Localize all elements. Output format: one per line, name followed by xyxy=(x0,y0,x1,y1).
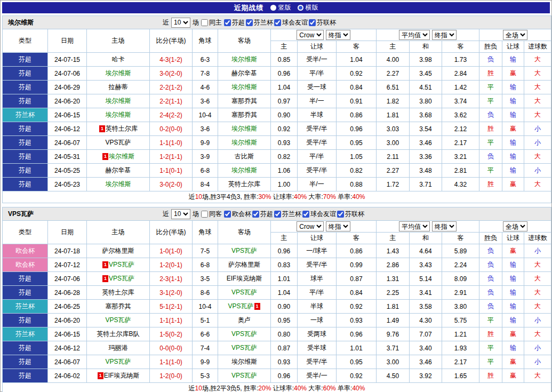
same-venue-filter[interactable]: 同主 xyxy=(201,18,222,27)
result-cell: 小 xyxy=(524,341,551,355)
odds-cell: 受半/一 xyxy=(298,369,337,383)
away-team-cell: 埃尔维斯 xyxy=(218,136,271,150)
result-cell: 小 xyxy=(524,355,551,369)
league-filter-checkbox[interactable] xyxy=(309,19,316,26)
league-filter[interactable]: 欧会杯 xyxy=(224,210,251,219)
result-cell: 胜 xyxy=(479,369,502,383)
odds-cell: 受两球 xyxy=(298,327,337,341)
match-row: 芬超24-06-29拉赫蒂2-2(1-2)4-6埃尔维斯1.04受一球0.846… xyxy=(3,81,551,94)
score-cell: 5-1(2-1) xyxy=(150,300,193,314)
avg-odds-cell: 4.50 xyxy=(377,369,410,383)
date-cell: 24-05-31 xyxy=(48,150,87,164)
same-venue-checkbox[interactable] xyxy=(201,211,208,218)
odds-cell: 半/一 xyxy=(298,94,337,108)
date-cell: 24-06-02 xyxy=(48,369,87,383)
avg-source-select[interactable]: 平均值 xyxy=(399,221,430,231)
odds-company-select[interactable]: Crow xyxy=(297,30,324,40)
avg-odds-cell: 3.48 xyxy=(410,164,442,178)
league-type-cell: 芬超 xyxy=(3,355,48,369)
result-cell: 赢 xyxy=(502,244,524,258)
league-filter[interactable]: 芬兰杯 xyxy=(274,210,301,219)
league-filter-checkbox[interactable] xyxy=(252,211,259,218)
col-header-result-handicap: 让球 xyxy=(502,41,524,53)
match-row: 欧会杯24-07-18萨尔格里斯1-0(1-0)7-5VPS瓦萨0.96一/球半… xyxy=(3,244,551,258)
league-filters: 欧会杯芬超芬兰杯球会友谊芬联杯 xyxy=(224,210,364,219)
corners-cell: 3-6 xyxy=(193,122,218,136)
league-filter-checkbox[interactable] xyxy=(274,19,281,26)
league-type-cell: 芬超 xyxy=(3,122,48,136)
avg-odds-cell: 1.82 xyxy=(377,94,410,108)
league-type-cell: 芬超 xyxy=(3,178,48,191)
team-name-heading: VPS瓦萨 xyxy=(3,210,163,219)
col-header-odds-away: 客 xyxy=(337,41,377,53)
league-filter[interactable]: 芬联杯 xyxy=(337,210,364,219)
result-cell: 赢 xyxy=(502,178,524,191)
filter-bar: 近 10 场 同客 欧会杯芬超芬兰杯球会友谊芬联杯 xyxy=(163,209,364,219)
layout-option-vertical[interactable]: 竖版 xyxy=(270,3,291,12)
avg-source-select[interactable]: 平均值 xyxy=(399,30,430,40)
avg-odds-cell: 3.80 xyxy=(410,94,442,108)
score-cell: 1-2(0-0) xyxy=(150,369,193,383)
col-header-home: 主场 xyxy=(87,29,150,53)
scope-select[interactable]: 全场 xyxy=(503,221,527,231)
avg-odds-cell: 2.84 xyxy=(442,67,479,81)
odds-cell: 受平/半 xyxy=(298,136,337,150)
near-label: 近 xyxy=(163,18,169,27)
score-cell: 1-1(0-1) xyxy=(150,164,193,178)
avg-odds-cell: 3.71 xyxy=(377,341,410,355)
date-cell: 24-07-12 xyxy=(48,258,87,272)
result-cell: 大 xyxy=(524,300,551,314)
league-filter[interactable]: 球会友谊 xyxy=(274,18,308,27)
league-filter-checkbox[interactable] xyxy=(274,211,281,218)
league-filter[interactable]: 球会友谊 xyxy=(302,210,336,219)
avg-final-select[interactable]: 终指 xyxy=(432,30,457,40)
radio-checked-icon[interactable] xyxy=(298,5,303,11)
avg-odds-cell: 1.73 xyxy=(442,53,479,67)
corners-cell: 4-6 xyxy=(193,81,218,94)
result-cell: 大 xyxy=(524,94,551,108)
league-filter[interactable]: 芬兰杯 xyxy=(246,18,273,27)
away-team-cell: 古比斯 xyxy=(218,150,271,164)
layout-option-horizontal[interactable]: 横版 xyxy=(298,3,318,12)
team-name: 埃尔维斯 xyxy=(231,83,257,91)
avg-odds-cell: 4.30 xyxy=(410,314,442,327)
odds-final-select[interactable]: 终指 xyxy=(326,221,350,231)
avg-odds-cell: 8.09 xyxy=(442,272,479,286)
radio-unchecked-icon[interactable] xyxy=(270,5,276,11)
match-row: 芬兰杯24-06-25塞那乔其5-1(2-1)10-4VPS瓦萨10.90半球0… xyxy=(3,300,551,314)
odds-cell: 0.92 xyxy=(337,300,377,314)
odds-final-select[interactable]: 终指 xyxy=(326,30,350,40)
games-count-select[interactable]: 10 xyxy=(171,209,190,219)
same-venue-filter[interactable]: 同客 xyxy=(201,210,222,219)
same-venue-checkbox[interactable] xyxy=(201,19,208,26)
summary-segment: 40% xyxy=(352,385,365,392)
odds-company-select[interactable]: Crow xyxy=(297,221,324,231)
summary-segment: 场,胜3平4负3, 胜率: xyxy=(202,193,258,201)
match-row: 芬兰杯24-06-15埃尔维斯2-4(2-2)10-4塞那乔其0.90半球0.8… xyxy=(3,108,551,122)
games-count-select[interactable]: 10 xyxy=(171,18,190,28)
scope-select[interactable]: 全场 xyxy=(503,30,527,40)
league-filter-checkbox[interactable] xyxy=(302,211,309,218)
away-team-cell: 塞那乔其 xyxy=(218,94,271,108)
league-filter[interactable]: 芬联杯 xyxy=(309,18,336,27)
odds-cell: 1.01 xyxy=(337,341,377,355)
team-name: 埃尔维斯 xyxy=(109,153,134,160)
avg-odds-cell: 3.98 xyxy=(410,53,442,67)
league-filter-checkbox[interactable] xyxy=(224,211,231,218)
result-cell: 大 xyxy=(524,53,551,67)
league-filter[interactable]: 芬超 xyxy=(224,18,245,27)
league-filter-checkbox[interactable] xyxy=(224,19,231,26)
league-filter-checkbox[interactable] xyxy=(246,19,253,26)
summary-segment: 40% xyxy=(294,385,307,392)
league-type-cell: 芬超 xyxy=(3,272,48,286)
avg-final-select[interactable]: 终指 xyxy=(432,221,457,231)
odds-cell: 0.91 xyxy=(337,94,377,108)
team-name: VPS瓦萨 xyxy=(231,372,257,379)
league-filter-checkbox[interactable] xyxy=(337,211,344,218)
odds-cell: 0.85 xyxy=(271,53,298,67)
result-cell: 负 xyxy=(479,108,502,122)
away-team-cell: VPS瓦萨 xyxy=(218,369,271,383)
filter-bar: 近 10 场 同主 芬超芬兰杯球会友谊芬联杯 xyxy=(163,18,336,28)
league-filter[interactable]: 芬超 xyxy=(252,210,273,219)
avg-odds-cell: 1.49 xyxy=(377,314,410,327)
